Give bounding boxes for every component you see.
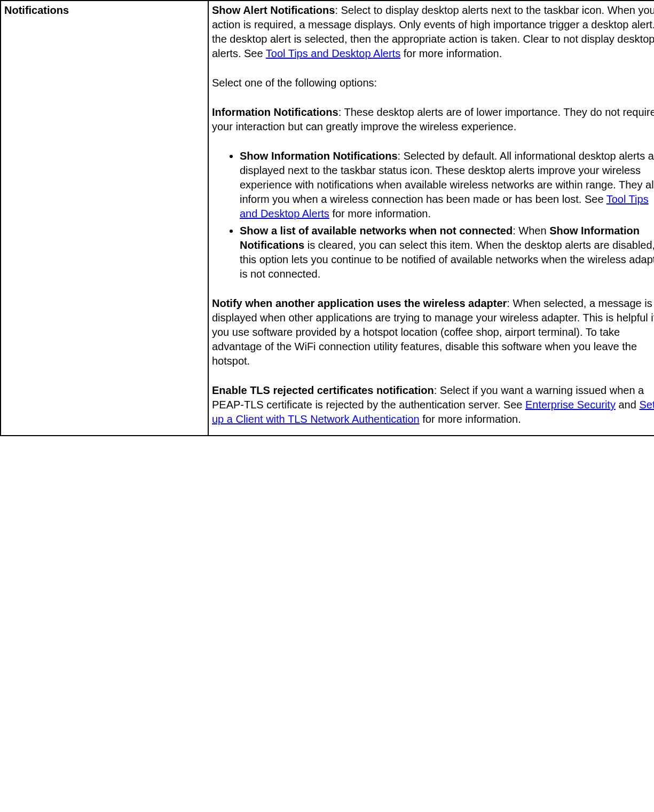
row-label: Notifications (4, 4, 69, 16)
bullet-text1-1: : When (513, 225, 549, 236)
mid-tls: and (616, 399, 639, 411)
lead-notify-adapter: Notify when another application uses the… (212, 297, 507, 309)
list-item: Show a list of available networks when n… (240, 224, 654, 281)
settings-table: Notifications Show Alert Notifications: … (0, 0, 654, 436)
row-label-cell: Notifications (1, 1, 208, 436)
list-item: Show Information Notifications: Selected… (240, 149, 654, 221)
link-enterprise-security[interactable]: Enterprise Security (525, 399, 616, 411)
bullet-list: Show Information Notifications: Selected… (212, 149, 654, 281)
paragraph-info-notifications: Information Notifications: These desktop… (212, 105, 654, 134)
after-tls: for more information. (420, 413, 521, 425)
paragraph-show-alert: Show Alert Notifications: Select to disp… (212, 3, 654, 61)
paragraph-tls: Enable TLS rejected certificates notific… (212, 383, 654, 427)
bullet-after-0: for more information. (329, 208, 431, 219)
link-tool-tips-1[interactable]: Tool Tips and Desktop Alerts (266, 48, 400, 59)
bullet-lead-0: Show Information Notifications (240, 150, 398, 162)
paragraph-notify-adapter: Notify when another application uses the… (212, 296, 654, 368)
after-link-1: for more information. (400, 48, 502, 59)
row-content-cell: Show Alert Notifications: Select to disp… (208, 1, 654, 436)
lead-show-alert: Show Alert Notifications (212, 4, 335, 16)
paragraph-select-one: Select one of the following options: (212, 76, 654, 90)
lead-info-notifications: Information Notifications (212, 106, 338, 118)
lead-tls: Enable TLS rejected certificates notific… (212, 384, 434, 396)
bullet-lead-1: Show a list of available networks when n… (240, 225, 513, 236)
